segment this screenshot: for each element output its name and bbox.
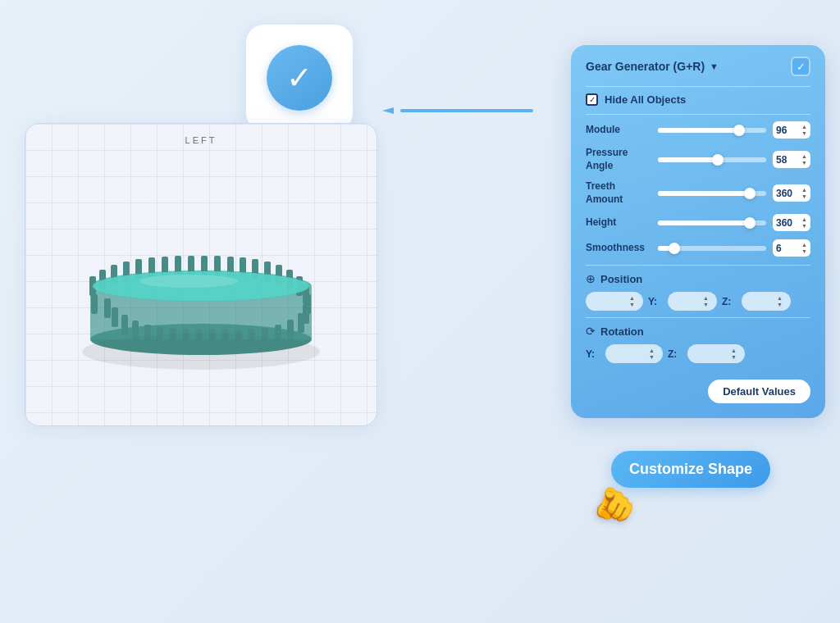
svg-rect-29 — [298, 313, 304, 333]
svg-rect-36 — [209, 330, 216, 349]
height-value[interactable]: 360 ▲ ▼ — [773, 214, 810, 231]
svg-rect-43 — [121, 315, 128, 334]
smoothness-label: Smoothness — [586, 242, 651, 255]
gear-container — [70, 180, 332, 393]
teeth-amount-value[interactable]: 360 ▲ ▼ — [773, 184, 810, 202]
teeth-amount-decrement[interactable]: ▼ — [801, 193, 807, 199]
rotation-z-label: Z: — [668, 348, 682, 360]
pressure-angle-decrement[interactable]: ▼ — [801, 160, 807, 166]
module-decrement[interactable]: ▼ — [801, 130, 807, 136]
svg-rect-39 — [170, 329, 176, 348]
height-row: Height 360 ▲ ▼ — [586, 214, 810, 231]
confirm-checkmark: ✓ — [267, 45, 332, 111]
panel-divider-4 — [586, 317, 810, 318]
rotation-y-input[interactable]: ▲ ▼ — [605, 344, 663, 363]
position-icon: ⊕ — [586, 272, 596, 285]
teeth-amount-increment[interactable]: ▲ — [801, 187, 807, 193]
svg-rect-46 — [91, 294, 98, 314]
svg-rect-37 — [196, 330, 203, 349]
rotation-xyz-row: Y: ▲ ▼ Z: ▲ ▼ — [586, 344, 810, 363]
pressure-angle-value[interactable]: 58 ▲ ▼ — [773, 151, 810, 168]
hide-all-row: ✓ Hide All Objects — [586, 93, 810, 106]
svg-rect-41 — [144, 325, 151, 344]
svg-rect-40 — [157, 327, 163, 347]
module-row: Module 96 ▲ ▼ — [586, 121, 810, 139]
module-slider[interactable] — [658, 128, 766, 133]
svg-rect-38 — [183, 330, 189, 349]
rotation-y-label: Y: — [586, 348, 600, 360]
height-increment[interactable]: ▲ — [801, 216, 807, 222]
pressure-angle-slider[interactable] — [658, 157, 766, 162]
panel-dropdown-icon[interactable]: ▼ — [710, 61, 719, 71]
svg-rect-33 — [249, 330, 255, 349]
position-z-input[interactable]: ▲ ▼ — [742, 292, 791, 311]
position-section-row: ⊕ Position — [586, 272, 810, 285]
module-value[interactable]: 96 ▲ ▼ — [773, 121, 810, 139]
panel-title: Gear Generator (G+R) ▼ — [586, 60, 719, 73]
panel-divider-3 — [586, 265, 810, 266]
panel-title-text: Gear Generator (G+R) — [586, 60, 705, 73]
customize-shape-label: Customize Shape — [629, 461, 752, 477]
svg-rect-30 — [287, 320, 294, 339]
panel-confirm-icon[interactable]: ✓ — [791, 57, 810, 76]
position-y-label: Y: — [648, 296, 663, 307]
teeth-amount-label: TreethAmount — [586, 180, 651, 206]
panel-divider-1 — [586, 86, 810, 87]
svg-rect-44 — [112, 307, 118, 327]
position-y-input[interactable]: ▲ ▼ — [668, 292, 717, 311]
svg-marker-3 — [382, 107, 394, 114]
viewport-label: LEFT — [185, 135, 217, 145]
height-label: Height — [586, 216, 651, 230]
svg-point-48 — [139, 275, 238, 288]
position-z-label: Z: — [722, 296, 737, 307]
pressure-angle-row: PressureAngle 58 ▲ ▼ — [586, 147, 810, 172]
hide-all-label: Hide All Objects — [605, 93, 686, 106]
hide-all-checkbox[interactable]: ✓ — [586, 93, 598, 106]
rotation-z-input[interactable]: ▲ ▼ — [687, 344, 745, 363]
height-decrement[interactable]: ▼ — [801, 223, 807, 229]
module-increment[interactable]: ▲ — [801, 124, 807, 130]
rotation-section-row: ⟳ Rotation — [586, 325, 810, 338]
svg-rect-31 — [275, 325, 281, 344]
panel-divider-2 — [586, 114, 810, 115]
teeth-amount-row: TreethAmount 360 ▲ ▼ — [586, 180, 810, 206]
smoothness-row: Smoothness 6 ▲ ▼ — [586, 239, 810, 257]
panel-header: Gear Generator (G+R) ▼ ✓ — [586, 57, 810, 76]
position-x-input[interactable]: ▲ ▼ — [586, 292, 643, 311]
viewport-panel: LEFT — [25, 123, 377, 426]
svg-rect-32 — [262, 328, 268, 348]
pressure-angle-label: PressureAngle — [586, 147, 651, 172]
smoothness-slider[interactable] — [658, 246, 766, 251]
pressure-angle-increment[interactable]: ▲ — [801, 153, 807, 159]
smoothness-increment[interactable]: ▲ — [801, 242, 807, 248]
teeth-amount-slider[interactable] — [658, 191, 766, 196]
height-slider[interactable] — [658, 221, 766, 225]
svg-rect-45 — [104, 298, 111, 318]
position-label: Position — [600, 273, 642, 285]
svg-rect-42 — [132, 321, 139, 340]
confirm-card: ✓ 🫵 — [246, 25, 353, 131]
rotation-label: Rotation — [600, 325, 644, 338]
smoothness-decrement[interactable]: ▼ — [801, 248, 807, 254]
svg-rect-35 — [222, 330, 229, 349]
module-label: Module — [586, 124, 651, 137]
smoothness-value[interactable]: 6 ▲ ▼ — [773, 239, 810, 257]
gear-generator-panel: Gear Generator (G+R) ▼ ✓ ✓ Hide All Obje… — [571, 45, 825, 418]
position-xyz-row: ▲ ▼ Y: ▲ ▼ Z: ▲ ▼ — [586, 292, 810, 311]
default-values-button[interactable]: Default Values — [708, 380, 810, 403]
customize-shape-tooltip: Customize Shape — [611, 451, 770, 488]
rotation-icon: ⟳ — [586, 325, 596, 338]
svg-rect-34 — [235, 330, 242, 350]
